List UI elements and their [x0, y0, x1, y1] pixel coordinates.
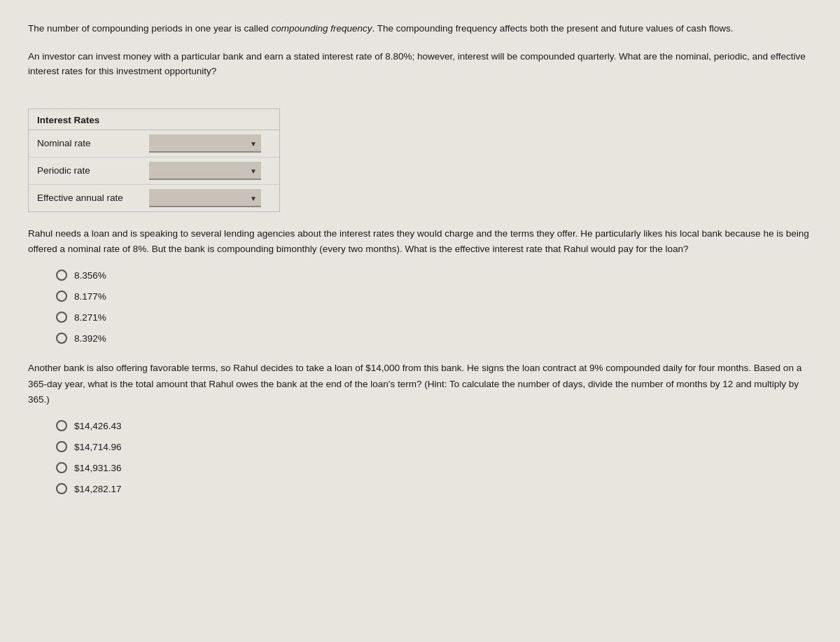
bank-radio-circle-2[interactable] — [56, 441, 67, 452]
rahul-radio-circle-2[interactable] — [56, 291, 67, 302]
rahul-option-1[interactable]: 8.356% — [56, 270, 812, 281]
rahul-option-2[interactable]: 8.177% — [56, 291, 812, 302]
rahul-option-2-label: 8.177% — [74, 291, 106, 302]
rahul-radio-group: 8.356% 8.177% 8.271% 8.392% — [56, 270, 812, 344]
nominal-rate-row: Nominal rate ▼ — [29, 130, 279, 158]
periodic-rate-row: Periodic rate ▼ — [29, 158, 279, 185]
compounding-frequency-italic: compounding frequency — [271, 23, 372, 34]
rahul-radio-circle-4[interactable] — [56, 333, 67, 344]
effective-rate-row: Effective annual rate ▼ — [29, 185, 279, 211]
bank-option-4[interactable]: $14,282.17 — [56, 483, 812, 494]
rahul-question-paragraph: Rahul needs a loan and is speaking to se… — [28, 226, 812, 258]
rahul-option-4[interactable]: 8.392% — [56, 333, 812, 344]
rahul-option-3-label: 8.271% — [74, 312, 106, 323]
nominal-rate-dropdown[interactable] — [149, 134, 261, 153]
effective-rate-label: Effective annual rate — [37, 193, 149, 203]
rahul-option-1-label: 8.356% — [74, 270, 106, 281]
bank-radio-circle-1[interactable] — [56, 420, 67, 431]
effective-rate-dropdown-wrapper[interactable]: ▼ — [149, 189, 261, 207]
bank-option-4-label: $14,282.17 — [74, 484, 122, 494]
bank-option-3-label: $14,931.36 — [74, 463, 122, 473]
bank-radio-group: $14,426.43 $14,714.96 $14,931.36 $14,282… — [56, 420, 812, 494]
rahul-option-3[interactable]: 8.271% — [56, 312, 812, 323]
bank-question-paragraph: Another bank is also offering favorable … — [28, 361, 812, 407]
effective-rate-dropdown[interactable] — [149, 189, 261, 207]
bank-option-2-label: $14,714.96 — [74, 442, 122, 452]
rahul-radio-circle-3[interactable] — [56, 312, 67, 323]
periodic-rate-dropdown-wrapper[interactable]: ▼ — [149, 162, 261, 180]
rahul-radio-circle-1[interactable] — [56, 270, 67, 281]
bank-option-1-label: $14,426.43 — [74, 421, 122, 431]
bank-option-1[interactable]: $14,426.43 — [56, 420, 812, 431]
nominal-rate-label: Nominal rate — [37, 138, 149, 148]
bank-radio-circle-4[interactable] — [56, 483, 67, 494]
periodic-rate-label: Periodic rate — [37, 165, 149, 176]
nominal-rate-dropdown-wrapper[interactable]: ▼ — [149, 134, 261, 153]
bank-radio-circle-3[interactable] — [56, 462, 67, 473]
intro-paragraph: The number of compounding periods in one… — [28, 21, 812, 36]
bank-option-2[interactable]: $14,714.96 — [56, 441, 812, 452]
investor-paragraph: An investor can invest money with a part… — [28, 49, 812, 79]
interest-rates-header: Interest Rates — [29, 109, 279, 130]
interest-rates-table: Interest Rates Nominal rate ▼ Periodic r… — [28, 109, 280, 212]
bank-option-3[interactable]: $14,931.36 — [56, 462, 812, 473]
rahul-option-4-label: 8.392% — [74, 333, 106, 344]
page-container: The number of compounding periods in one… — [0, 0, 840, 642]
periodic-rate-dropdown[interactable] — [149, 162, 261, 180]
